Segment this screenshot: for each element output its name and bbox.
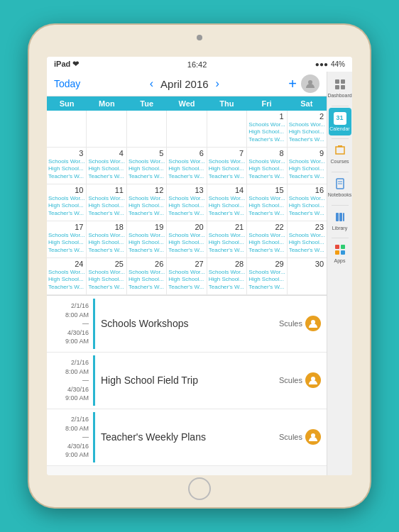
calendar-cell[interactable]: 4Schools Wor...High School...Teacher's W… <box>87 148 126 184</box>
today-button[interactable]: Today <box>54 78 80 89</box>
calendar-event: High School... <box>168 202 204 209</box>
event-owner: Scules <box>279 316 321 331</box>
status-time: 16:42 <box>187 60 207 69</box>
calendar-cell[interactable]: 5Schools Wor...High School...Teacher's W… <box>127 148 167 184</box>
calendar-event: Teacher's W... <box>209 210 245 217</box>
sidebar-item-dashboard[interactable]: Dashboard <box>329 74 351 103</box>
calendar-cell[interactable]: 27Schools Wor...High School...Teacher's … <box>167 258 207 295</box>
svg-rect-17 <box>341 250 345 255</box>
calendar-event: Teacher's W... <box>88 284 124 291</box>
calendar-event: High School... <box>129 276 165 283</box>
calendar-cell[interactable]: 22Schools Wor...High School...Teacher's … <box>247 221 287 258</box>
calendar-cell[interactable]: 20Schools Wor...High School...Teacher's … <box>167 221 207 258</box>
prev-month-button[interactable]: ‹ <box>150 77 153 90</box>
sidebar-item-label: Apps <box>334 258 346 264</box>
calendar-cell[interactable]: 3Schools Wor...High School...Teacher's W… <box>47 148 87 184</box>
calendar-event: Teacher's W... <box>248 284 285 291</box>
calendar-cell[interactable] <box>207 111 247 148</box>
calendar-event: Teacher's W... <box>88 247 124 254</box>
sidebar-divider <box>332 138 349 139</box>
calendar-event: Schools Wor... <box>88 232 124 239</box>
calendar-cell[interactable]: 14Schools Wor...High School...Teacher's … <box>207 184 247 221</box>
calendar-cell[interactable]: 25Schools Wor...High School...Teacher's … <box>87 258 126 295</box>
calendar-cell[interactable]: 23Schools Wor...High School...Teacher's … <box>288 221 327 258</box>
event-end-date: 4/30/16 <box>51 328 89 338</box>
svg-rect-12 <box>339 213 342 221</box>
calendar-cell[interactable]: 29Schools Wor...High School...Teacher's … <box>247 258 287 295</box>
calendar-event: High School... <box>289 202 325 209</box>
calendar-cell[interactable]: 9Schools Wor...High School...Teacher's W… <box>288 148 327 184</box>
calendar-event: High School... <box>209 165 245 172</box>
sidebar-item-label: Library <box>332 226 347 231</box>
calendar-event: Teacher's W... <box>209 284 245 291</box>
calendar-event: Schools Wor... <box>289 195 325 202</box>
event-owner: Scules <box>279 372 321 388</box>
home-button[interactable] <box>188 477 211 500</box>
calendar-event: High School... <box>289 239 325 246</box>
top-bar: Today ‹ April 2016 › + <box>47 72 327 96</box>
calendar-cell[interactable]: 19Schools Wor...High School...Teacher's … <box>127 221 167 258</box>
calendar-cell[interactable]: 10Schools Wor...High School...Teacher's … <box>47 184 87 221</box>
calendar-date: 15 <box>248 186 285 194</box>
sidebar-item-label: Calendar <box>329 126 349 132</box>
event-name: Schools Workshops <box>101 318 188 329</box>
calendar-event: Teacher's W... <box>248 210 285 217</box>
calendar-cell[interactable]: 7Schools Wor...High School...Teacher's W… <box>207 148 247 184</box>
calendar-event: High School... <box>88 202 124 209</box>
calendar-cell[interactable]: 16Schools Wor...High School...Teacher's … <box>288 184 327 221</box>
signal-icon: ●●● <box>315 60 328 68</box>
event-list-item[interactable]: 2/1/16 8:00 AM — 4/30/16 9:00 AM Teacher… <box>47 409 327 466</box>
calendar-cell[interactable]: 8Schools Wor...High School...Teacher's W… <box>247 148 287 184</box>
sidebar-item-notebooks[interactable]: Notebooks <box>329 174 351 202</box>
screen: iPad ❤ 16:42 ●●● 44% Today ‹ April 2016 … <box>47 57 352 475</box>
calendar-cell[interactable]: 2Schools Wor...High School...Teacher's W… <box>288 111 327 148</box>
sidebar-item-apps[interactable]: Apps <box>329 240 351 268</box>
calendar-cell[interactable]: 26Schools Wor...High School...Teacher's … <box>127 258 167 295</box>
svg-rect-5 <box>341 79 345 84</box>
calendar-cell[interactable]: 13Schools Wor...High School...Teacher's … <box>167 184 207 221</box>
calendar-event: Teacher's W... <box>129 284 165 291</box>
calendar-cell[interactable]: 21Schools Wor...High School...Teacher's … <box>207 221 247 258</box>
calendar-event: High School... <box>248 128 285 135</box>
event-list-item[interactable]: 2/1/16 8:00 AM — 4/30/16 9:00 AM High Sc… <box>47 353 327 409</box>
user-avatar[interactable] <box>301 74 319 93</box>
calendar-date: 24 <box>48 260 84 268</box>
calendar-date: 14 <box>209 186 245 194</box>
calendar-event: High School... <box>248 276 285 283</box>
calendar-cell[interactable]: 30 <box>288 258 327 295</box>
calendar-event: Teacher's W... <box>48 210 84 217</box>
calendar-cell[interactable]: 28Schools Wor...High School...Teacher's … <box>207 258 247 295</box>
calendar-cell[interactable] <box>47 111 87 148</box>
sidebar-item-library[interactable]: Library <box>329 207 351 235</box>
calendar-cell[interactable]: 18Schools Wor...High School...Teacher's … <box>87 221 126 258</box>
calendar-event: High School... <box>48 239 84 246</box>
next-month-button[interactable]: › <box>216 77 219 90</box>
add-event-button[interactable]: + <box>288 77 297 91</box>
sidebar-item-calendar[interactable]: 31 Calendar <box>329 108 351 136</box>
calendar-date: 11 <box>88 186 124 194</box>
event-list-item[interactable]: 2/1/16 8:00 AM — 4/30/16 9:00 AM Schools… <box>47 296 327 353</box>
calendar-cell[interactable]: 12Schools Wor...High School...Teacher's … <box>127 184 167 221</box>
calendar-cell[interactable] <box>127 111 167 148</box>
calendar-cell[interactable]: 24Schools Wor...High School...Teacher's … <box>47 258 87 295</box>
calendar-date: 27 <box>168 260 204 268</box>
calendar-date: 8 <box>248 149 285 157</box>
calendar-weekday: Tue <box>127 96 167 111</box>
calendar-cell[interactable]: 6Schools Wor...High School...Teacher's W… <box>167 148 207 184</box>
courses-icon <box>334 145 346 157</box>
calendar-cell[interactable]: 17Schools Wor...High School...Teacher's … <box>47 221 87 258</box>
calendar-date: 7 <box>209 149 245 157</box>
sidebar-divider <box>332 172 349 172</box>
calendar-cell[interactable] <box>167 111 207 148</box>
main-area: Today ‹ April 2016 › + SunMon <box>47 72 352 475</box>
calendar-date: 4 <box>88 149 124 157</box>
calendar-weekday: Wed <box>167 96 207 111</box>
sidebar-item-courses[interactable]: Courses <box>329 140 351 169</box>
calendar-cell[interactable]: 1Schools Wor...High School...Teacher's W… <box>247 111 287 148</box>
calendar-event: Schools Wor... <box>88 195 124 202</box>
calendar-cell[interactable]: 15Schools Wor...High School...Teacher's … <box>247 184 287 221</box>
calendar-event: Schools Wor... <box>289 232 325 239</box>
calendar-cell[interactable]: 11Schools Wor...High School...Teacher's … <box>87 184 126 221</box>
calendar-cell[interactable] <box>87 111 126 148</box>
calendar-event: Schools Wor... <box>129 269 165 276</box>
